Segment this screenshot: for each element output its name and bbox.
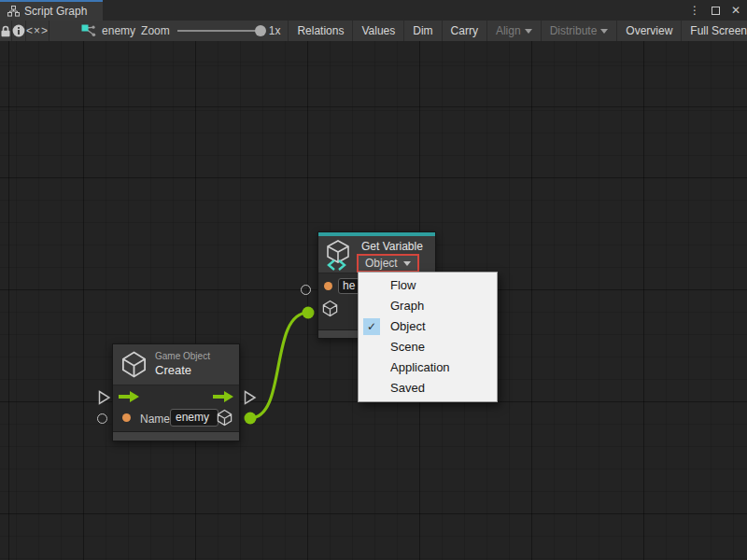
info-button[interactable] <box>12 21 26 41</box>
value-row: Name enemy <box>113 408 239 432</box>
distribute-label: Distribute <box>550 24 598 37</box>
graph-breadcrumb[interactable]: enemy <box>76 21 141 41</box>
connection-wire[interactable] <box>250 313 308 418</box>
toolbar-button-relations[interactable]: Relations <box>288 21 352 41</box>
zoom-slider-knob[interactable] <box>255 25 266 36</box>
node-category: Game Object <box>155 351 210 361</box>
toolbar-button-carry[interactable]: Carry <box>442 21 486 41</box>
window-menu-icon[interactable]: ⋮ <box>687 3 702 18</box>
menu-item-label: Object <box>390 319 426 333</box>
menu-item-label: Application <box>390 360 450 374</box>
toolbar-button-overview[interactable]: Overview <box>616 21 681 41</box>
node-create[interactable]: Game Object Create Name enemy <box>112 343 240 441</box>
maximize-glyph <box>712 7 720 15</box>
checkmark-icon: ✓ <box>363 318 380 335</box>
menu-item-graph[interactable]: Graph <box>359 296 497 316</box>
menu-item-object[interactable]: ✓ Object <box>359 316 497 337</box>
chevron-down-icon <box>525 29 532 34</box>
get-variable-header: Get Variable Object <box>318 236 435 273</box>
scope-label: Object <box>365 257 398 270</box>
toolbar-button-values[interactable]: Values <box>352 21 403 41</box>
create-body: Name enemy <box>113 385 239 431</box>
info-icon <box>12 24 25 37</box>
tab-title: Script Graph <box>24 5 87 18</box>
toolbar-button-distribute[interactable]: Distribute <box>541 21 617 41</box>
get-variable-input-port[interactable] <box>301 285 311 295</box>
code-preview-button[interactable]: <×> <box>26 21 49 41</box>
graph-toolbar: <×> enemy Zoom 1x Relations Values Dim C… <box>0 21 747 41</box>
node-footer[interactable] <box>113 431 239 441</box>
node-title: Create <box>155 363 191 377</box>
chevron-down-icon <box>600 29 608 34</box>
menu-item-application[interactable]: Application <box>359 357 497 378</box>
title-bar: Script Graph ⋮ ✕ <box>0 0 747 21</box>
click-highlight-box: Object <box>357 254 419 273</box>
name-value-input[interactable]: enemy <box>170 409 218 427</box>
toolbar-button-fullscreen[interactable]: Full Screen <box>681 21 747 41</box>
script-graph-icon <box>7 6 20 17</box>
zoom-label: Zoom <box>141 24 170 37</box>
flow-out-port[interactable] <box>244 390 257 405</box>
graph-canvas[interactable]: Get Variable Object he <box>0 41 747 560</box>
lock-button[interactable] <box>0 21 12 41</box>
menu-item-label: Scene <box>390 340 425 354</box>
flow-in-port[interactable] <box>98 390 111 405</box>
maximize-icon[interactable] <box>708 3 723 18</box>
flow-row <box>113 385 239 408</box>
toolbar-button-align[interactable]: Align <box>486 21 541 41</box>
graph-asset-icon <box>81 24 96 37</box>
scope-dropdown-menu: Flow Graph ✓ Object Scene Application Sa… <box>358 272 498 402</box>
menu-item-saved[interactable]: Saved <box>359 378 497 399</box>
cube-icon <box>120 350 148 379</box>
string-port-icon[interactable] <box>324 282 332 290</box>
lock-icon <box>0 25 11 37</box>
menu-item-flow[interactable]: Flow <box>359 275 497 296</box>
tab-script-graph[interactable]: Script Graph <box>0 0 103 21</box>
align-label: Align <box>496 24 521 37</box>
input-port-label: Name <box>140 413 170 426</box>
zoom-value: 1x <box>269 24 281 37</box>
variable-cube-code-icon <box>323 239 353 271</box>
graph-name: enemy <box>102 24 135 37</box>
variable-scope-dropdown[interactable]: Object <box>359 256 417 271</box>
flow-out-arrow-icon[interactable] <box>213 391 233 402</box>
cube-port-icon[interactable] <box>216 409 233 427</box>
string-port-icon[interactable] <box>122 413 131 422</box>
menu-item-label: Saved <box>390 381 425 395</box>
menu-item-label: Flow <box>390 278 416 292</box>
create-header: Game Object Create <box>113 344 239 385</box>
menu-item-label: Graph <box>390 299 424 313</box>
cube-port-icon[interactable] <box>321 300 339 317</box>
menu-item-scene[interactable]: Scene <box>359 337 497 357</box>
zoom-control: Zoom 1x <box>141 21 288 41</box>
name-input-port[interactable] <box>97 413 107 424</box>
flow-in-arrow-icon[interactable] <box>119 391 139 402</box>
chevron-down-icon <box>403 261 411 266</box>
close-icon[interactable]: ✕ <box>728 3 743 18</box>
toolbar-button-dim[interactable]: Dim <box>403 21 441 41</box>
zoom-slider[interactable] <box>177 30 261 32</box>
node-title: Get Variable <box>361 240 423 253</box>
